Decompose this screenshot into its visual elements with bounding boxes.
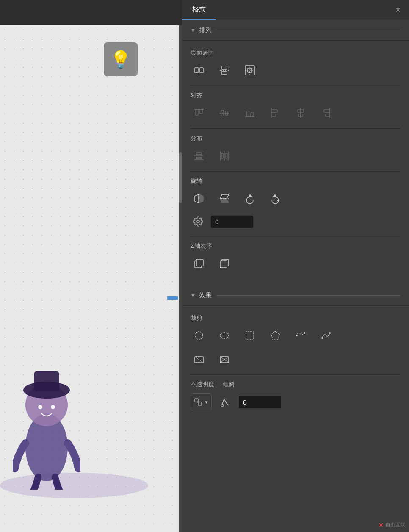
vertical-scrollbar[interactable]: [179, 25, 182, 532]
rotate-right-button[interactable]: [267, 190, 284, 207]
rotate-left-button[interactable]: [241, 190, 258, 207]
sep1: [191, 86, 401, 86]
collapse-arrow-pailie: ▼: [191, 28, 196, 33]
svg-rect-18: [200, 109, 202, 114]
align-vcenter-button[interactable]: [216, 105, 233, 122]
lightbulb-icon: 💡: [110, 50, 131, 69]
svg-rect-6: [195, 68, 198, 73]
panel-content: ▼ 排列 页面居中: [182, 20, 409, 532]
svg-rect-26: [271, 110, 277, 112]
section-divider-pailie: [216, 30, 401, 30]
svg-rect-53: [246, 332, 254, 339]
svg-rect-9: [222, 66, 227, 69]
watermark-text: 自由互联: [385, 521, 406, 529]
svg-rect-38: [196, 157, 202, 159]
svg-point-56: [304, 332, 305, 334]
angle-input-row: [191, 214, 401, 229]
sublabel-opacity: 不透明度: [191, 381, 214, 388]
distribute-icons: [191, 147, 401, 164]
character-illustration: [13, 363, 80, 490]
align-icons: [191, 105, 401, 122]
format-panel: 格式 × ▼ 排列 页面居中: [182, 0, 409, 532]
crop-circle-button[interactable]: [191, 327, 207, 344]
svg-rect-48: [196, 259, 203, 266]
svg-rect-3: [34, 371, 59, 391]
section-label-pailie: 排列: [199, 26, 212, 34]
align-both-center-page-button[interactable]: [241, 62, 258, 79]
svg-rect-27: [271, 114, 276, 116]
distribute-h-button[interactable]: [216, 147, 233, 164]
section-body-effects: 裁剪: [182, 306, 409, 424]
svg-rect-23: [246, 111, 249, 117]
sublabel-duiqi: 对齐: [191, 92, 401, 100]
svg-rect-67: [221, 405, 224, 406]
blend-mode-button[interactable]: ▼: [191, 393, 212, 410]
close-button[interactable]: ×: [387, 0, 409, 20]
watermark: ✕ 自由互联: [379, 521, 406, 529]
align-right-button[interactable]: [318, 105, 334, 122]
align-top-button[interactable]: [191, 105, 207, 122]
crop-bezier-button[interactable]: [292, 327, 309, 344]
svg-rect-66: [197, 401, 199, 403]
crop-mask1-button[interactable]: [191, 351, 207, 368]
sublabel-fenbu: 分布: [191, 135, 401, 142]
svg-rect-10: [222, 71, 227, 75]
sublabel-xuanzhuan: 旋转: [191, 177, 401, 185]
crop-rect-button[interactable]: [241, 327, 258, 344]
opacity-edit-icon[interactable]: [217, 393, 234, 410]
svg-line-60: [195, 357, 203, 363]
top-bar: [0, 0, 182, 25]
opacity-row: ▼: [191, 393, 401, 410]
svg-point-58: [329, 332, 331, 334]
send-backward-button[interactable]: [216, 255, 233, 272]
svg-rect-24: [251, 113, 253, 117]
crop-icons-row1: [191, 327, 401, 344]
svg-point-52: [220, 332, 229, 338]
sep3: [191, 171, 401, 172]
flip-horizontal-button[interactable]: [191, 190, 207, 207]
section-label-effects: 效果: [199, 291, 212, 299]
crop-mask2-button[interactable]: [216, 351, 233, 368]
svg-point-5: [51, 405, 55, 409]
section-header-effects[interactable]: ▼ 效果: [182, 285, 409, 306]
sublabel-zorder: Z轴次序: [191, 242, 401, 250]
rotate-icons: [191, 190, 401, 207]
align-v-center-page-button[interactable]: [216, 62, 233, 79]
crop-path-button[interactable]: [318, 327, 334, 344]
crop-pentagon-button[interactable]: [267, 327, 284, 344]
align-left-button[interactable]: [267, 105, 284, 122]
section-pailie: ▼ 排列 页面居中: [182, 20, 409, 285]
svg-rect-17: [196, 109, 198, 115]
svg-rect-7: [200, 68, 203, 73]
section-header-pailie[interactable]: ▼ 排列: [182, 20, 409, 41]
watermark-x-icon: ✕: [379, 522, 384, 529]
svg-point-51: [195, 332, 203, 339]
angle-input[interactable]: [211, 216, 253, 228]
svg-marker-54: [271, 331, 279, 339]
bring-forward-button[interactable]: [191, 255, 207, 272]
sublabel-page-center: 页面居中: [191, 49, 401, 57]
lightbulb-widget[interactable]: 💡: [104, 42, 138, 76]
angle-gear-icon: [191, 214, 206, 229]
svg-point-55: [296, 335, 298, 336]
svg-point-57: [321, 337, 323, 339]
scrollbar-thumb[interactable]: [179, 152, 182, 203]
distribute-v-button[interactable]: [191, 147, 207, 164]
crop-oval-button[interactable]: [216, 327, 233, 344]
svg-rect-43: [226, 153, 227, 158]
section-effects: ▼ 效果 裁剪: [182, 285, 409, 424]
flip-vertical-button[interactable]: [216, 190, 233, 207]
svg-rect-50: [220, 261, 227, 268]
svg-rect-32: [324, 110, 330, 112]
panel-header: 格式 ×: [182, 0, 409, 20]
align-h-center-page-button[interactable]: [191, 62, 207, 79]
collapse-arrow-effects: ▼: [191, 293, 196, 299]
tab-format[interactable]: 格式: [182, 0, 216, 20]
selection-handle[interactable]: [167, 296, 178, 300]
align-hcenter-button[interactable]: [292, 105, 309, 122]
opacity-input[interactable]: [239, 396, 281, 408]
svg-rect-33: [326, 114, 330, 116]
align-bottom-button[interactable]: [241, 105, 258, 122]
section-body-pailie: 页面居中: [182, 41, 409, 285]
svg-rect-12: [245, 66, 254, 75]
